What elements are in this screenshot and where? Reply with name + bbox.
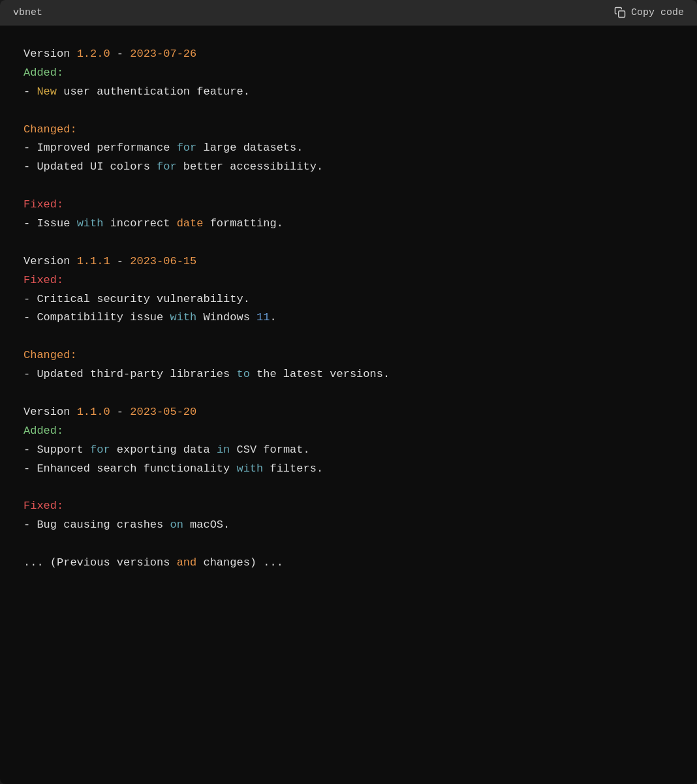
code-token: - Updated third-party libraries: [23, 368, 236, 380]
code-token: New: [37, 85, 57, 98]
version-dash: -: [110, 48, 131, 60]
category-label-text: Fixed:: [23, 500, 63, 512]
code-header: vbnet Copy code: [0, 0, 697, 25]
category-label: Fixed:: [23, 497, 674, 516]
code-token: - Support: [23, 444, 90, 456]
code-token: date: [177, 217, 204, 230]
code-token: - Issue: [23, 217, 77, 230]
code-token: with: [236, 462, 263, 475]
code-token: for: [90, 444, 110, 456]
code-token: for: [157, 160, 177, 173]
list-item: - New user authentication feature.: [23, 83, 674, 102]
code-token: .: [270, 311, 276, 324]
language-label: vbnet: [13, 7, 42, 18]
version-date: 2023-07-26: [130, 48, 196, 60]
list-item: - Issue with incorrect date formatting.: [23, 215, 674, 234]
list-item: - Bug causing crashes on macOS.: [23, 516, 674, 535]
category-label: Added:: [23, 64, 674, 83]
category-label-text: Added:: [23, 67, 63, 79]
code-token: CSV format.: [230, 444, 309, 456]
svg-rect-0: [619, 11, 625, 18]
code-token: changes) ...: [196, 556, 283, 569]
version-number: 1.2.0: [77, 48, 110, 60]
blank-line: [23, 327, 674, 346]
blank-line: [23, 234, 674, 252]
footer-line: ... (Previous versions and changes) ...: [23, 554, 674, 573]
code-token: -: [23, 85, 37, 98]
code-token: - Updated UI colors: [23, 160, 157, 173]
copy-code-button[interactable]: Copy code: [614, 7, 684, 18]
version-line: Version 1.1.0 - 2023-05-20: [23, 403, 674, 422]
version-text: Version: [23, 48, 77, 60]
list-item: - Updated UI colors for better accessibi…: [23, 158, 674, 177]
code-token: exporting data: [110, 444, 217, 456]
blank-line: [23, 478, 674, 497]
category-label: Changed:: [23, 346, 674, 365]
category-label-text: Fixed:: [23, 198, 63, 211]
code-token: with: [170, 311, 196, 324]
code-token: the latest versions.: [250, 368, 390, 380]
category-label-text: Changed:: [23, 123, 77, 136]
blank-line: [23, 384, 674, 403]
code-token: on: [170, 519, 183, 531]
version-date: 2023-05-20: [130, 406, 196, 418]
code-token: 11: [256, 311, 270, 324]
list-item: - Support for exporting data in CSV form…: [23, 441, 674, 460]
code-token: - Bug causing crashes: [23, 519, 170, 531]
code-token: - Improved performance: [23, 142, 177, 154]
list-item: - Updated third-party libraries to the l…: [23, 365, 674, 384]
code-content: Version 1.2.0 - 2023-07-26Added:- New us…: [0, 25, 697, 592]
version-line: Version 1.1.1 - 2023-06-15: [23, 252, 674, 271]
category-label: Changed:: [23, 121, 674, 140]
version-dash: -: [110, 406, 131, 418]
list-item: - Critical security vulnerability.: [23, 290, 674, 309]
code-token: - Critical security vulnerability.: [23, 293, 250, 305]
code-token: formatting.: [203, 217, 283, 230]
code-token: in: [217, 444, 230, 456]
version-number: 1.1.0: [77, 406, 110, 418]
code-token: and: [177, 556, 197, 569]
list-item: - Improved performance for large dataset…: [23, 139, 674, 158]
code-token: large datasets.: [196, 142, 303, 154]
version-text: Version: [23, 406, 77, 418]
blank-line: [23, 102, 674, 121]
version-date: 2023-06-15: [130, 255, 196, 267]
code-token: - Enhanced search functionality: [23, 462, 236, 475]
code-token: for: [177, 142, 197, 154]
version-dash: -: [110, 255, 131, 267]
category-label-text: Changed:: [23, 349, 77, 361]
code-token: filters.: [263, 462, 323, 475]
code-token: ... (Previous versions: [23, 556, 177, 569]
code-token: macOS.: [183, 519, 230, 531]
version-text: Version: [23, 255, 77, 267]
category-label: Fixed:: [23, 271, 674, 290]
code-token: - Compatibility issue: [23, 311, 170, 324]
code-token: to: [236, 368, 249, 380]
blank-line: [23, 177, 674, 196]
code-token: with: [77, 217, 104, 230]
code-token: better accessibility.: [177, 160, 323, 173]
code-token: user authentication feature.: [57, 85, 250, 98]
code-token: Windows: [196, 311, 256, 324]
category-label: Added:: [23, 422, 674, 441]
category-label: Fixed:: [23, 196, 674, 215]
copy-icon: [614, 7, 626, 18]
code-token: incorrect: [103, 217, 176, 230]
list-item: - Compatibility issue with Windows 11.: [23, 309, 674, 327]
code-block: vbnet Copy code Version 1.2.0 - 2023-07-…: [0, 0, 697, 784]
category-label-text: Added:: [23, 425, 63, 437]
copy-label: Copy code: [631, 7, 684, 18]
version-line: Version 1.2.0 - 2023-07-26: [23, 45, 674, 64]
list-item: - Enhanced search functionality with fil…: [23, 460, 674, 479]
blank-line: [23, 535, 674, 554]
version-number: 1.1.1: [77, 255, 110, 267]
category-label-text: Fixed:: [23, 274, 63, 286]
